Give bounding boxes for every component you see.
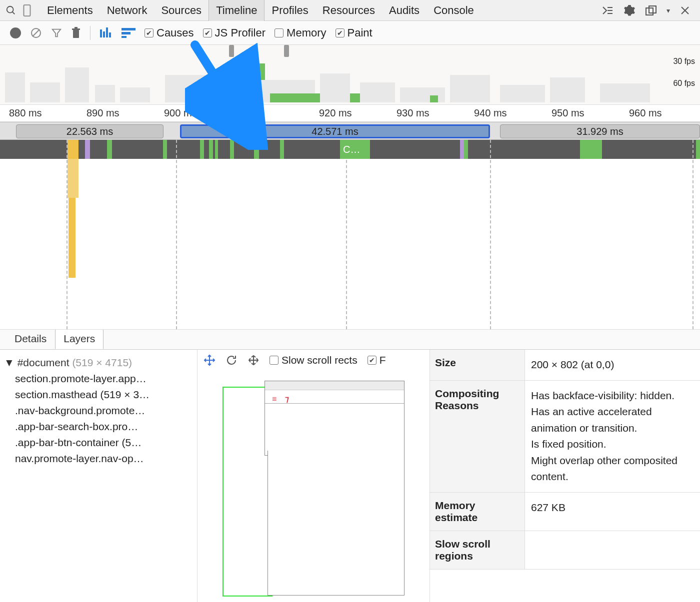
checkbox-label: Paint [348,26,372,39]
search-icon[interactable] [3,2,19,18]
prop-value: 200 × 802 (at 0,0) [525,350,700,380]
tab-elements[interactable]: Elements [40,0,100,21]
ruler-tick: 940 ms [465,107,542,119]
frame-label: 31.929 ms [576,126,623,137]
prop-key: Slow scroll regions [430,531,525,569]
tree-item[interactable]: section.masthead (519 × 3… [4,387,193,403]
svg-rect-2 [24,4,30,15]
svg-marker-12 [52,29,61,36]
frame-label: 42.571 ms [312,126,358,137]
reset-view-icon[interactable] [248,354,260,366]
preview-toolbar: Slow scroll rects F [198,350,430,371]
frame-bar[interactable]: 31.929 ms [500,124,700,138]
tree-item[interactable]: nav.promote-layer.nav-op… [4,451,193,467]
tab-timeline[interactable]: Timeline [208,0,264,21]
svg-line-11 [32,29,40,36]
device-mode-icon[interactable] [19,2,35,18]
tab-profiles[interactable]: Profiles [264,0,315,21]
checkbox-slow-scroll-rects[interactable]: Slow scroll rects [270,354,358,366]
tree-root[interactable]: ▼ #document (519 × 4715) [4,355,193,371]
timeline-overview[interactable]: 30 fps 60 fps [0,45,700,105]
flame-chart-view-icon[interactable] [100,27,112,38]
svg-rect-22 [122,36,126,38]
layer-preview[interactable]: Slow scroll rects F ≡ ⁊ [198,350,430,602]
checkbox-label: Causes [156,26,194,39]
checkbox-label: JS Profiler [215,26,266,39]
checkbox-label: Memory [286,26,326,39]
tree-item[interactable]: section.promote-layer.app… [4,371,193,387]
svg-rect-20 [122,28,136,30]
checkbox-paint[interactable]: Paint [336,26,372,39]
overview-range-handle[interactable] [229,45,234,57]
svg-rect-17 [103,31,105,37]
close-icon[interactable] [678,3,692,17]
record-button[interactable] [10,27,21,38]
svg-rect-16 [100,29,102,37]
svg-rect-19 [109,32,111,37]
layer-3d-canvas[interactable]: ≡ ⁊ [222,381,422,602]
tab-audits[interactable]: Audits [382,0,426,21]
tree-root-dims: (519 × 4715) [72,357,132,368]
checkbox-js-profiler[interactable]: JS Profiler [203,26,266,39]
tree-root-name: #document [18,357,70,368]
ruler-tick: 960 ms [620,107,698,119]
tab-sources[interactable]: Sources [154,0,208,21]
tab-resources[interactable]: Resources [316,0,382,21]
checkbox-label: Slow scroll rects [282,354,358,366]
frame-bar[interactable]: 22.563 ms [16,124,164,138]
subtab-layers[interactable]: Layers [55,329,104,349]
svg-rect-18 [106,27,108,37]
devtools-main-toolbar: Elements Network Sources Timeline Profil… [0,0,700,21]
filter-icon[interactable] [51,27,62,38]
show-drawer-icon[interactable] [600,3,614,17]
dock-caret-icon[interactable]: ▾ [666,6,670,14]
svg-line-1 [12,11,15,14]
ruler-tick: 950 ms [542,107,620,119]
svg-point-0 [7,6,14,12]
ruler-tick: 920 ms [310,107,388,119]
rotate-icon[interactable] [226,354,238,366]
prop-value [525,531,700,569]
flame-block-label: C… [343,144,360,155]
details-subtabs: Details Layers [0,330,700,350]
checkbox-label: F [380,354,386,366]
prop-value: Has backface-visibility: hidden. Has an … [525,381,700,492]
subtab-details[interactable]: Details [6,329,55,349]
panel-tabs: Elements Network Sources Timeline Profil… [40,0,600,21]
dock-icon[interactable] [644,3,658,17]
svg-rect-21 [122,32,130,34]
tree-item[interactable]: .app-bar-btn-container (5… [4,435,193,451]
checkbox-memory[interactable]: Memory [274,26,326,39]
svg-rect-13 [73,30,79,38]
overview-range-handle[interactable] [284,45,289,57]
ruler-tick: 930 ms [388,107,465,119]
prop-value: 627 KB [525,493,700,531]
timeline-toolbar: Causes JS Profiler Memory Paint [0,21,700,45]
flame-chart[interactable]: C… [0,140,700,330]
frame-bars-row[interactable]: 22.563 ms 42.571 ms 31.929 ms [0,122,700,140]
devtools-right-icons: ▾ [600,3,697,17]
checkbox-paint-profiler[interactable]: F [368,354,386,366]
tab-network[interactable]: Network [100,0,154,21]
layers-panel: ▼ #document (519 × 4715) section.promote… [0,350,700,602]
frame-label: 22.563 ms [66,126,113,137]
gear-icon[interactable] [622,3,636,17]
tree-item[interactable]: .app-bar-search-box.pro… [4,419,193,435]
ruler-tick: 880 ms [0,107,78,119]
ruler-tick: ms [232,107,310,119]
tab-console[interactable]: Console [426,0,481,21]
pan-icon[interactable] [204,354,216,366]
prop-key: Memory estimate [430,493,525,531]
svg-rect-14 [72,28,80,30]
layers-tree[interactable]: ▼ #document (519 × 4715) section.promote… [0,350,198,602]
frame-bar-selected[interactable]: 42.571 ms [180,124,490,138]
clear-icon[interactable] [30,27,42,39]
waterfall-view-icon[interactable] [122,28,136,38]
overview-bars [0,62,700,102]
checkbox-causes[interactable]: Causes [144,26,194,39]
tree-item[interactable]: .nav-background.promote… [4,403,193,419]
garbage-collect-icon[interactable] [71,27,81,39]
flame-block-composite[interactable]: C… [340,140,370,159]
prop-key: Size [430,350,525,380]
layer-properties: Size 200 × 802 (at 0,0) Compositing Reas… [430,350,700,602]
